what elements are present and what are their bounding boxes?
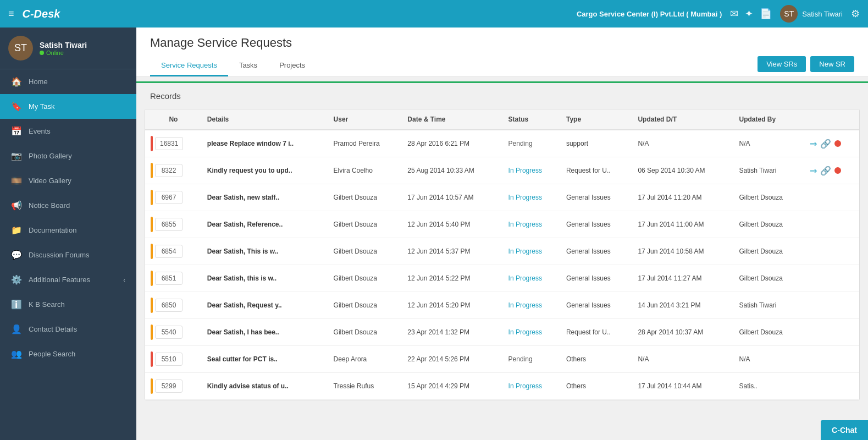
cell-details[interactable]: Dear Satish, new staff..	[202, 184, 328, 211]
page-header: Manage Service Requests Service Requests…	[136, 28, 868, 77]
cell-user: Gilbert Dsouza	[328, 319, 402, 346]
cell-no: 6850	[145, 292, 202, 319]
sidebar-item-documentation[interactable]: 📁 Documentation	[0, 218, 136, 243]
sidebar-nav: 🏠 Home 🔖 My Task 📅 Events 📷 Photo Galler…	[0, 69, 136, 440]
cell-details[interactable]: Dear Satish, Reference..	[202, 211, 328, 238]
cell-status: In Progress	[503, 211, 561, 238]
link-icon[interactable]: ⇒	[810, 166, 817, 176]
info-icon: ℹ️	[11, 299, 22, 310]
main-container: ST Satish Tiwari Online 🏠 Home 🔖 My Task…	[0, 28, 868, 440]
cell-type: General Issues	[561, 265, 632, 292]
settings-icon[interactable]: ⚙	[851, 8, 860, 20]
col-no: No	[145, 109, 202, 130]
sidebar-item-home[interactable]: 🏠 Home	[0, 69, 136, 94]
sidebar-user-info: Satish Tiwari Online	[40, 41, 87, 56]
col-actions	[804, 109, 859, 130]
page-title: Manage Service Requests	[150, 36, 854, 50]
tab-tasks[interactable]: Tasks	[228, 56, 268, 76]
share-icon[interactable]: ✦	[745, 8, 753, 20]
col-details: Details	[202, 109, 328, 130]
sidebar-item-discussion-forums[interactable]: 💬 Discussion Forums	[0, 243, 136, 267]
cell-details[interactable]: Dear Satish, this is w..	[202, 265, 328, 292]
table-row[interactable]: 8322 Kindly request you to upd.. Elvira …	[145, 157, 859, 184]
records-header: Records	[136, 83, 868, 109]
tabs: Service Requests Tasks Projects	[150, 56, 316, 76]
cell-datetime: 12 Jun 2014 5:37 PM	[402, 238, 502, 265]
table-row[interactable]: 6855 Dear Satish, Reference.. Gilbert Ds…	[145, 211, 859, 238]
sidebar-item-notice-board[interactable]: 📢 Notice Board	[0, 193, 136, 218]
table-row[interactable]: 5540 Dear Satish, I has bee.. Gilbert Ds…	[145, 319, 859, 346]
cell-user: Gilbert Dsouza	[328, 238, 402, 265]
table-container: No Details User Date & Time Status Type …	[145, 109, 860, 400]
table-header: No Details User Date & Time Status Type …	[145, 109, 859, 130]
ticket-number: 5510	[155, 353, 183, 366]
sidebar-item-label: My Task	[29, 102, 125, 111]
app-logo: C-Desk	[23, 8, 157, 20]
status-dot	[40, 51, 44, 55]
sidebar-item-contact-details[interactable]: 👤 Contact Details	[0, 317, 136, 342]
view-srs-button[interactable]: View SRs	[758, 56, 806, 72]
priority-indicator	[151, 351, 153, 367]
tabs-row: Service Requests Tasks Projects View SRs…	[150, 56, 854, 76]
chain-icon[interactable]: 🔗	[820, 166, 831, 176]
priority-indicator	[151, 217, 153, 232]
sidebar-item-my-task[interactable]: 🔖 My Task	[0, 94, 136, 119]
cell-no: 8322	[145, 157, 202, 184]
table-row[interactable]: 6851 Dear Satish, this is w.. Gilbert Ds…	[145, 265, 859, 292]
table-row[interactable]: 6967 Dear Satish, new staff.. Gilbert Ds…	[145, 184, 859, 211]
new-sr-button[interactable]: New SR	[810, 56, 854, 72]
table-row[interactable]: 5510 Seal cutter for PCT is.. Deep Arora…	[145, 346, 859, 373]
table-row[interactable]: 6850 Dear Satish, Request y.. Gilbert Ds…	[145, 292, 859, 319]
folder-icon: 📁	[11, 225, 22, 235]
sidebar-item-label: People Search	[29, 350, 125, 358]
cell-user: Gilbert Dsouza	[328, 292, 402, 319]
sidebar-item-photo-gallery[interactable]: 📷 Photo Gallery	[0, 144, 136, 168]
cell-updated-dt: 17 Jul 2014 11:20 AM	[632, 184, 733, 211]
cell-user: Gilbert Dsouza	[328, 211, 402, 238]
cell-updated-by: Gilbert Dsouza	[733, 319, 804, 346]
table-row[interactable]: 16831 please Replace window 7 i.. Pramod…	[145, 130, 859, 157]
grid-icon: ⚙️	[11, 274, 22, 285]
sidebar-item-kb-search[interactable]: ℹ️ K B Search	[0, 292, 136, 317]
cell-details[interactable]: please Replace window 7 i..	[202, 130, 328, 157]
tab-service-requests[interactable]: Service Requests	[150, 56, 228, 76]
c-chat-button[interactable]: C-Chat	[821, 420, 868, 440]
cell-details[interactable]: Kindly advise status of u..	[202, 373, 328, 400]
document-icon[interactable]: 📄	[760, 8, 772, 20]
col-status: Status	[503, 109, 561, 130]
table-row[interactable]: 5299 Kindly advise status of u.. Tressie…	[145, 373, 859, 400]
cell-updated-by: Gilbert Dsouza	[733, 265, 804, 292]
cell-details[interactable]: Seal cutter for PCT is..	[202, 346, 328, 373]
ticket-number: 6967	[155, 191, 183, 204]
avatar: ST	[8, 36, 33, 61]
ticket-number: 6855	[155, 218, 183, 231]
cell-details[interactable]: Dear Satish, This is w..	[202, 238, 328, 265]
records-label: Records	[150, 91, 181, 101]
cell-details[interactable]: Dear Satish, Request y..	[202, 292, 328, 319]
cell-no: 6854	[145, 238, 202, 265]
link-icon[interactable]: ⇒	[810, 139, 817, 149]
sidebar-item-additional-features[interactable]: ⚙️ Additional Features ‹	[0, 267, 136, 292]
col-datetime: Date & Time	[402, 109, 502, 130]
col-user: User	[328, 109, 402, 130]
bookmark-icon: 🔖	[11, 101, 22, 112]
cell-updated-dt: 17 Jun 2014 11:00 AM	[632, 211, 733, 238]
cell-status: In Progress	[503, 157, 561, 184]
cell-actions	[804, 238, 859, 265]
sidebar-item-people-search[interactable]: 👥 People Search	[0, 342, 136, 366]
mail-icon[interactable]: ✉	[730, 8, 738, 20]
cell-details[interactable]: Dear Satish, I has bee..	[202, 319, 328, 346]
header-user-info[interactable]: ST Satish Tiwari	[780, 5, 843, 23]
sidebar-item-events[interactable]: 📅 Events	[0, 119, 136, 144]
chain-icon[interactable]: 🔗	[820, 139, 831, 149]
cell-updated-by: Gilbert Dsouza	[733, 211, 804, 238]
table-row[interactable]: 6854 Dear Satish, This is w.. Gilbert Ds…	[145, 238, 859, 265]
tab-projects[interactable]: Projects	[268, 56, 316, 76]
sidebar-item-video-gallery[interactable]: 🎞️ Video Gallery	[0, 168, 136, 193]
hamburger-menu[interactable]: ≡	[8, 8, 14, 20]
cell-user: Deep Arora	[328, 346, 402, 373]
cell-details[interactable]: Kindly request you to upd..	[202, 157, 328, 184]
cell-no: 6855	[145, 211, 202, 238]
cell-status: In Progress	[503, 265, 561, 292]
cell-actions	[804, 184, 859, 211]
